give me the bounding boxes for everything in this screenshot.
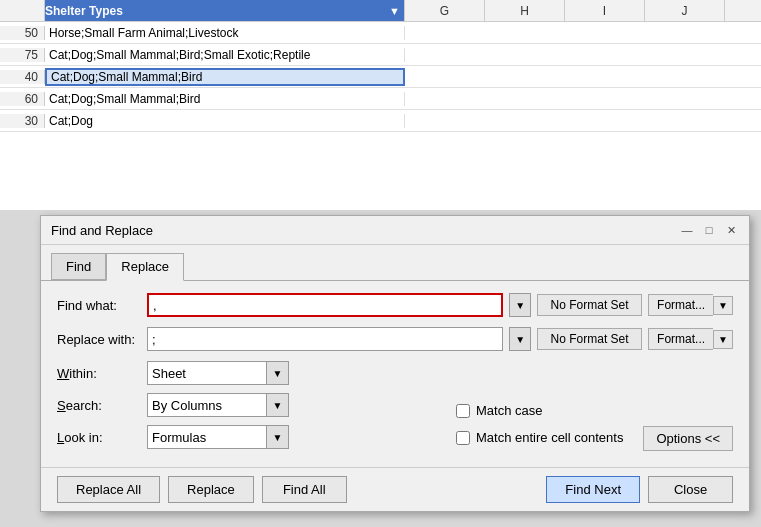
col-j-header: J [645,0,725,21]
tab-replace[interactable]: Replace [106,253,184,281]
replace-with-label: Replace with: [57,332,147,347]
find-all-button[interactable]: Find All [262,476,347,503]
data-rows: 50 Horse;Small Farm Animal;Livestock 75 … [0,22,761,132]
row-number: 30 [0,114,45,128]
options-rows: Within: Sheet Workbook ▼ [57,361,733,457]
row-number: 60 [0,92,45,106]
table-row: 60 Cat;Dog;Small Mammal;Bird [0,88,761,110]
maximize-button[interactable]: □ [701,222,717,238]
look-in-label: Look in: [57,430,147,445]
search-select-arrow[interactable]: ▼ [267,393,289,417]
replace-button[interactable]: Replace [168,476,254,503]
find-format-btn-group: Format... ▼ [648,294,733,316]
tab-find[interactable]: Find [51,253,106,280]
row-cell[interactable]: Cat;Dog;Small Mammal;Bird;Small Exotic;R… [45,48,405,62]
options-section: Within: Sheet Workbook ▼ [57,361,733,457]
row-number: 50 [0,26,45,40]
row-cell[interactable]: Horse;Small Farm Animal;Livestock [45,26,405,40]
find-what-input-group: ▼ No Format Set Format... ▼ [147,293,733,317]
within-row: Within: Sheet Workbook ▼ [57,361,456,385]
spreadsheet: Shelter Types ▼ G H I J 50 Horse;Small F… [0,0,761,210]
options-left: Within: Sheet Workbook ▼ [57,361,456,457]
dialog-titlebar: Find and Replace — □ ✕ [41,216,749,245]
find-replace-dialog: Find and Replace — □ ✕ Find Replace Find… [40,215,750,512]
within-select[interactable]: Sheet Workbook [147,361,267,385]
find-what-label: Find what: [57,298,147,313]
dialog-title: Find and Replace [51,223,153,238]
search-row: Search: By Columns By Rows ▼ [57,393,456,417]
search-label: Search: [57,398,147,413]
replace-format-btn-group: Format... ▼ [648,328,733,350]
col-h-header: H [485,0,565,21]
replace-all-button[interactable]: Replace All [57,476,160,503]
footer-left: Replace All Replace Find All [57,476,347,503]
look-in-select[interactable]: Formulas Values Notes [147,425,267,449]
options-button[interactable]: Options << [643,426,733,451]
row-cell-selected[interactable]: Cat;Dog;Small Mammal;Bird [45,68,405,86]
column-header-row: Shelter Types ▼ G H I J [0,0,761,22]
search-select[interactable]: By Columns By Rows [147,393,267,417]
row-cell[interactable]: Cat;Dog [45,114,405,128]
row-cell[interactable]: Cat;Dog;Small Mammal;Bird [45,92,405,106]
match-entire-label[interactable]: Match entire cell contents [476,430,623,445]
footer-right: Find Next Close [546,476,733,503]
dialog-footer: Replace All Replace Find All Find Next C… [41,467,749,511]
search-control: By Columns By Rows ▼ [147,393,289,417]
find-what-row: Find what: ▼ No Format Set Format... ▼ [57,293,733,317]
replace-with-dropdown[interactable]: ▼ [509,327,531,351]
match-case-checkbox[interactable] [456,404,470,418]
replace-format-dropdown[interactable]: ▼ [713,330,733,349]
replace-with-input-group: ▼ No Format Set Format... ▼ [147,327,733,351]
close-button[interactable]: Close [648,476,733,503]
replace-no-format-button[interactable]: No Format Set [537,328,642,350]
match-case-row: Match case [456,403,623,418]
find-what-input[interactable] [147,293,503,317]
find-no-format-button[interactable]: No Format Set [537,294,642,316]
table-row: 75 Cat;Dog;Small Mammal;Bird;Small Exoti… [0,44,761,66]
table-row: 30 Cat;Dog [0,110,761,132]
col-i-header: I [565,0,645,21]
dialog-tabs: Find Replace [41,245,749,280]
table-row: 40 Cat;Dog;Small Mammal;Bird [0,66,761,88]
replace-format-button[interactable]: Format... [648,328,713,350]
col-g-header: G [405,0,485,21]
match-case-label[interactable]: Match case [476,403,542,418]
within-control: Sheet Workbook ▼ [147,361,289,385]
look-in-row: Look in: Formulas Values Notes ▼ [57,425,456,449]
replace-with-input[interactable] [147,327,503,351]
replace-with-row: Replace with: ▼ No Format Set Format... … [57,327,733,351]
match-entire-row: Match entire cell contents [456,430,623,445]
find-what-dropdown[interactable]: ▼ [509,293,531,317]
within-label: Within: [57,366,147,381]
close-dialog-button[interactable]: ✕ [723,222,739,238]
within-select-arrow[interactable]: ▼ [267,361,289,385]
row-number: 40 [0,70,45,84]
minimize-button[interactable]: — [679,222,695,238]
look-in-select-arrow[interactable]: ▼ [267,425,289,449]
table-row: 50 Horse;Small Farm Animal;Livestock [0,22,761,44]
find-next-button[interactable]: Find Next [546,476,640,503]
look-in-control: Formulas Values Notes ▼ [147,425,289,449]
col-f-header: Shelter Types ▼ [45,0,405,21]
find-format-dropdown[interactable]: ▼ [713,296,733,315]
row-num-header [0,0,45,21]
dialog-body: Find what: ▼ No Format Set Format... ▼ R… [41,280,749,467]
options-right: Match case Match entire cell contents Op… [456,361,733,457]
match-entire-checkbox[interactable] [456,431,470,445]
row-number: 75 [0,48,45,62]
titlebar-controls: — □ ✕ [679,222,739,238]
find-format-button[interactable]: Format... [648,294,713,316]
